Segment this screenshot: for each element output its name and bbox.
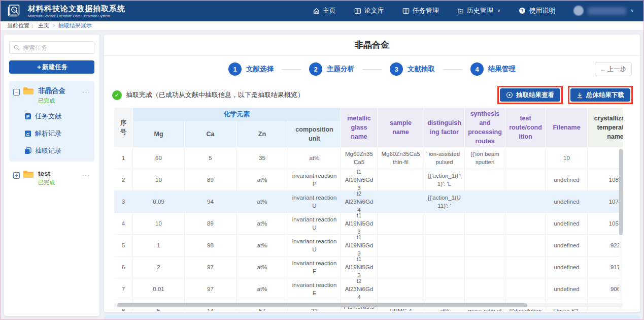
more-actions-icon[interactable]: ··· [82, 88, 90, 95]
column-header-filename: Filename [546, 108, 588, 147]
history-file-icon [457, 8, 464, 14]
table-cell [465, 235, 505, 256]
app-title: 材料科技论文数据抽取系统 [28, 4, 125, 14]
table-cell: 922 [588, 235, 623, 256]
step-connector [362, 69, 382, 70]
task-item-feijinghejin[interactable]: − 非晶合金 已完成 ··· [13, 86, 90, 105]
sidebar-item-parse-records[interactable]: 解析记录 [24, 129, 90, 138]
home-icon [313, 8, 320, 14]
svg-text:?: ? [521, 8, 524, 13]
column-header-composition-unit: composition unit [288, 121, 341, 147]
table-cell [378, 169, 424, 190]
table-row: 160535at%Mg60Zn35Ca5Mg60Zn35Ca5 thin-fil… [114, 147, 623, 169]
expand-expander-icon[interactable]: + [13, 172, 20, 179]
view-extraction-results-button[interactable]: 抽取结果查看 [500, 88, 560, 102]
table-cell [424, 235, 465, 256]
book-icon [354, 8, 361, 14]
column-group-label: 化学元素 [133, 108, 341, 121]
next-section-strip [104, 315, 640, 320]
table-cell [378, 191, 424, 212]
book-magnifier-logo-icon [7, 4, 23, 18]
back-arrow-icon: ← [600, 66, 606, 73]
table-cell: 2 [133, 257, 185, 278]
column-header-sample-name: sample name [378, 108, 424, 147]
collapse-expander-icon[interactable]: − [13, 89, 20, 95]
table-cell: ion-assisted pulsed [424, 147, 465, 169]
table-row: 21089at%invariant reaction Pt1 Al19Ni5Gd… [114, 169, 623, 191]
page-title: 非晶合金 [104, 35, 640, 56]
annotation-highlight-box: 总体结果下载 [568, 86, 633, 104]
new-task-button[interactable]: ＋新建任务 [9, 60, 94, 74]
horizontal-scrollbar[interactable] [114, 303, 623, 307]
breadcrumb-home[interactable]: 主页 [38, 22, 49, 29]
table-cell: 60 [133, 147, 185, 169]
table-cell: t1 Al19Ni5Gd3 [341, 213, 378, 234]
table-cell: t1 Al19Ni5Gd3 [341, 235, 378, 256]
nav-item-history-management[interactable]: 历史管理 ∨ [457, 6, 501, 15]
step-result-management: 4 结果管理 [470, 62, 516, 76]
user-menu[interactable]: ∨ [573, 6, 634, 16]
task-name: test [38, 170, 55, 177]
breadcrumb-separator-icon: > [52, 23, 55, 28]
nav-item-task-management[interactable]: 任务管理 [402, 6, 439, 15]
table-cell: 7 [114, 278, 133, 300]
main-panel: 非晶合金 1 文献选择 2 主题分析 3 文献抽取 4 结果管理 ← 上一步 ✓… [104, 35, 640, 312]
table-cell: invariant reaction U [288, 235, 341, 256]
table-cell: 1 [133, 235, 185, 256]
table-row: 70.0197at%invariant reaction Et2 Al23Ni6… [114, 278, 623, 300]
table-cell [465, 213, 505, 234]
table-cell [378, 235, 424, 256]
table-cell: invariant reaction U [288, 213, 341, 234]
table-cell: [{'ion beam sputteri [465, 147, 505, 169]
sidebar-item-task-literature[interactable]: 任务文献 [24, 112, 90, 121]
task-search-box[interactable] [9, 41, 94, 54]
vertical-scrollbar[interactable] [619, 148, 623, 311]
table-cell: 1 [114, 147, 133, 169]
table-cell [505, 278, 546, 300]
table-cell: invariant reaction E [288, 278, 341, 300]
table-cell: invariant reaction E [288, 257, 341, 278]
table-cell [378, 257, 424, 278]
column-header-test-route: test route/condition [505, 108, 546, 147]
table-cell: undefined [546, 169, 588, 190]
task-search-input[interactable] [23, 44, 90, 51]
table-row: 5198at%invariant reaction Ut1 Al19Ni5Gd3… [114, 235, 623, 257]
table-cell: at% [236, 213, 288, 234]
vertical-scrollbar-thumb[interactable] [619, 149, 623, 235]
table-cell: 98 [185, 235, 236, 256]
table-cell: at% [236, 278, 288, 300]
breadcrumb-prefix: 当前位置： [7, 22, 35, 29]
download-overall-results-button[interactable]: 总体结果下载 [570, 88, 630, 102]
table-cell: 10 [546, 147, 588, 169]
book-icon [402, 8, 410, 14]
table-cell: 1074 [588, 191, 623, 212]
more-actions-icon[interactable]: ··· [82, 172, 90, 178]
table-cell [424, 257, 465, 278]
table-cell: 0.01 [133, 278, 185, 300]
horizontal-scrollbar-thumb[interactable] [117, 303, 527, 307]
app-subtitle: Materials Science Literature Data Extrac… [28, 14, 125, 18]
previous-step-button[interactable]: ← 上一步 [595, 62, 632, 76]
table-cell [465, 169, 505, 190]
breadcrumb-current: 抽取结果展示 [58, 22, 92, 29]
table-row: 41089at%invariant reaction Ut1 Al19Ni5Gd… [114, 213, 623, 235]
copy-icon [24, 147, 31, 154]
table-cell: 5 [185, 147, 236, 169]
table-cell: 89 [185, 213, 236, 234]
table-row: 30.0994at%invariant reaction Ut2 Al23Ni6… [114, 191, 623, 213]
nav-item-home[interactable]: 主页 [313, 6, 336, 15]
step-number-badge: 4 [470, 62, 484, 76]
parse-record-icon [24, 130, 31, 137]
nav-item-paper-library[interactable]: 论文库 [354, 6, 384, 15]
extraction-status-bar: ✓ 抽取完成（已成功从文献中抽取信息，以下是抽取结果概览） 抽取结果查看 总体结… [104, 82, 640, 108]
table-cell [505, 169, 546, 190]
table-cell: t2 Al23Ni6Gd4 [341, 278, 378, 300]
column-header-crystallization-temperature-name: crystallization temperature name [588, 108, 623, 147]
table-cell: invariant reaction P [288, 169, 341, 190]
sidebar-item-extract-records[interactable]: 抽取记录 [24, 146, 90, 155]
table-body: 160535at%Mg60Zn35Ca5Mg60Zn35Ca5 thin-fil… [114, 147, 623, 311]
nav-item-help[interactable]: ? 使用说明 [519, 6, 555, 15]
table-cell: 89 [185, 169, 236, 190]
document-icon [24, 113, 31, 120]
task-item-test[interactable]: + test 已完成 ··· [13, 170, 90, 186]
